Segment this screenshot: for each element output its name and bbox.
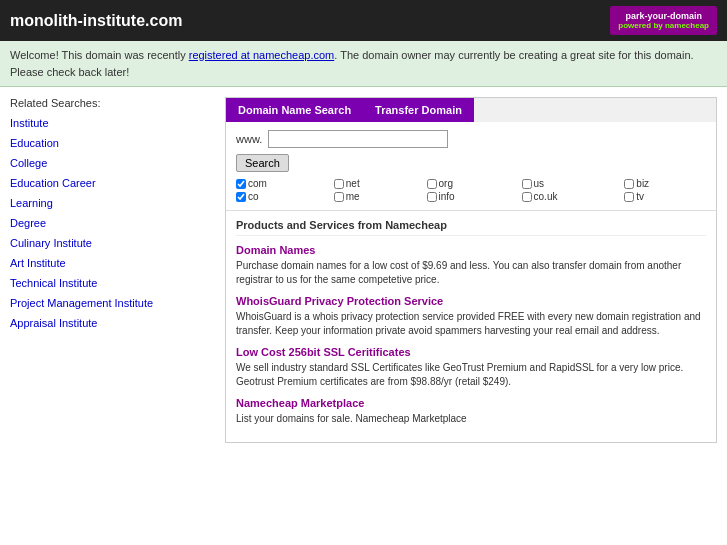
tld-item-co: co [236, 191, 324, 202]
tld-checkbox-org[interactable] [427, 179, 437, 189]
tld-label-tv: tv [636, 191, 644, 202]
park-badge-top: park-your-domain [618, 11, 709, 21]
tld-checkbox-couk[interactable] [522, 192, 532, 202]
tld-item-me: me [334, 191, 417, 202]
tld-label-co: co [248, 191, 259, 202]
welcome-text-before: Welcome! This domain was recently [10, 49, 189, 61]
tld-label-info: info [439, 191, 455, 202]
tld-label-biz: biz [636, 178, 649, 189]
product-desc: Purchase domain names for a low cost of … [236, 259, 706, 287]
tld-item-org: org [427, 178, 512, 189]
tld-grid: comnetorgusbizcomeinfoco.uktv [236, 178, 706, 202]
tld-label-org: org [439, 178, 453, 189]
tld-checkbox-net[interactable] [334, 179, 344, 189]
welcome-bar: Welcome! This domain was recently regist… [0, 41, 727, 87]
tld-item-couk: co.uk [522, 191, 615, 202]
search-link[interactable]: Project Management Institute [10, 297, 210, 309]
site-title: monolith-institute.com [10, 12, 182, 30]
tld-checkbox-biz[interactable] [624, 179, 634, 189]
park-badge: park-your-domain powered by namecheap [610, 6, 717, 35]
search-link[interactable]: Learning [10, 197, 210, 209]
domain-input-row: www. [236, 130, 706, 148]
tld-item-us: us [522, 178, 615, 189]
product-name: Low Cost 256bit SSL Ceritificates [236, 346, 706, 358]
product-desc: WhoisGuard is a whois privacy protection… [236, 310, 706, 338]
tld-label-us: us [534, 178, 545, 189]
product-name: Namecheap Marketplace [236, 397, 706, 409]
tld-checkbox-com[interactable] [236, 179, 246, 189]
tld-label-couk: co.uk [534, 191, 558, 202]
search-link[interactable]: Institute [10, 117, 210, 129]
tld-item-net: net [334, 178, 417, 189]
tld-checkbox-us[interactable] [522, 179, 532, 189]
products-section: Products and Services from Namecheap Dom… [226, 211, 716, 442]
tld-checkbox-co[interactable] [236, 192, 246, 202]
right-column: Domain Name Search Transfer Domain www. … [225, 97, 717, 443]
tld-label-me: me [346, 191, 360, 202]
domain-input[interactable] [268, 130, 448, 148]
search-link[interactable]: Degree [10, 217, 210, 229]
left-column: Related Searches: InstituteEducationColl… [10, 97, 210, 443]
search-links-list: InstituteEducationCollegeEducation Caree… [10, 117, 210, 329]
products-list: Domain NamesPurchase domain names for a … [236, 244, 706, 426]
search-link[interactable]: Education [10, 137, 210, 149]
search-link[interactable]: Culinary Institute [10, 237, 210, 249]
main-content: Related Searches: InstituteEducationColl… [0, 87, 727, 453]
site-header: monolith-institute.com park-your-domain … [0, 0, 727, 41]
tld-label-net: net [346, 178, 360, 189]
tld-item-biz: biz [624, 178, 706, 189]
tld-item-com: com [236, 178, 324, 189]
tld-checkbox-me[interactable] [334, 192, 344, 202]
namecheap-link[interactable]: registered at namecheap.com [189, 49, 335, 61]
tld-checkbox-info[interactable] [427, 192, 437, 202]
domain-search-form: www. Search comnetorgusbizcomeinfoco.ukt… [226, 122, 716, 211]
domain-tabs: Domain Name Search Transfer Domain [226, 98, 716, 122]
product-name: Domain Names [236, 244, 706, 256]
tld-checkbox-tv[interactable] [624, 192, 634, 202]
tld-item-tv: tv [624, 191, 706, 202]
search-button[interactable]: Search [236, 154, 289, 172]
search-link[interactable]: Appraisal Institute [10, 317, 210, 329]
search-link[interactable]: Education Career [10, 177, 210, 189]
www-label: www. [236, 133, 262, 145]
search-link[interactable]: College [10, 157, 210, 169]
product-name: WhoisGuard Privacy Protection Service [236, 295, 706, 307]
search-link[interactable]: Technical Institute [10, 277, 210, 289]
product-desc: We sell industry standard SSL Certificat… [236, 361, 706, 389]
related-searches-label: Related Searches: [10, 97, 210, 109]
tab-transfer-domain[interactable]: Transfer Domain [363, 98, 474, 122]
product-desc: List your domains for sale. Namecheap Ma… [236, 412, 706, 426]
tld-item-info: info [427, 191, 512, 202]
tab-domain-search[interactable]: Domain Name Search [226, 98, 363, 122]
tld-label-com: com [248, 178, 267, 189]
park-badge-bottom: powered by namecheap [618, 21, 709, 30]
search-link[interactable]: Art Institute [10, 257, 210, 269]
products-title: Products and Services from Namecheap [236, 219, 706, 236]
